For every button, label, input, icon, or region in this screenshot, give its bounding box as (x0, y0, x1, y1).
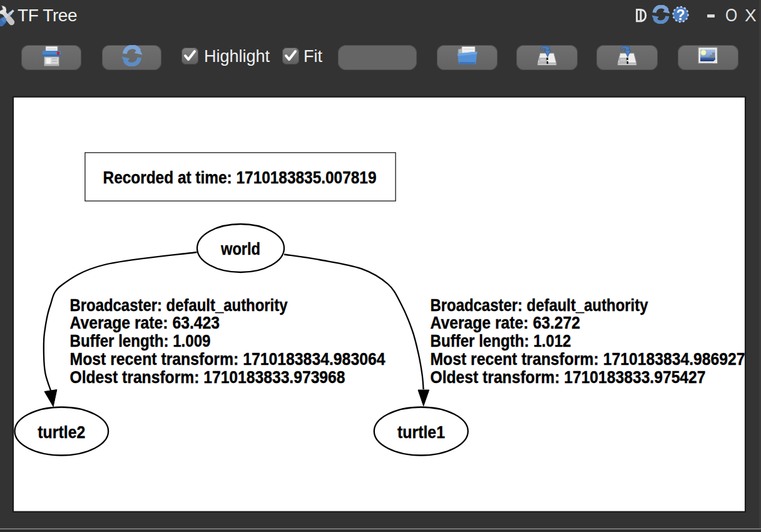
svg-text:Broadcaster: default_authority: Broadcaster: default_authority (70, 295, 288, 315)
svg-text:Average rate: 63.272: Average rate: 63.272 (431, 313, 581, 332)
svg-text:Average rate: 63.423: Average rate: 63.423 (70, 313, 220, 332)
svg-text:Oldest transform: 1710183833.9: Oldest transform: 1710183833.975427 (431, 367, 706, 387)
svg-text:turtle1: turtle1 (397, 422, 445, 442)
svg-text:Buffer length: 1.012: Buffer length: 1.012 (431, 331, 571, 350)
svg-text:Buffer length: 1.009: Buffer length: 1.009 (70, 331, 211, 350)
svg-text:Recorded at time: 1710183835.0: Recorded at time: 1710183835.007819 (103, 168, 377, 187)
svg-text:Most recent transform: 1710183: Most recent transform: 1710183834.986927 (431, 349, 745, 369)
svg-text:world: world (220, 239, 260, 258)
svg-text:Oldest transform: 1710183833.9: Oldest transform: 1710183833.973968 (70, 367, 345, 387)
svg-text:Most recent transform: 1710183: Most recent transform: 1710183834.983064 (70, 349, 386, 369)
svg-text:turtle2: turtle2 (38, 422, 85, 442)
svg-text:Broadcaster: default_authority: Broadcaster: default_authority (431, 295, 648, 315)
